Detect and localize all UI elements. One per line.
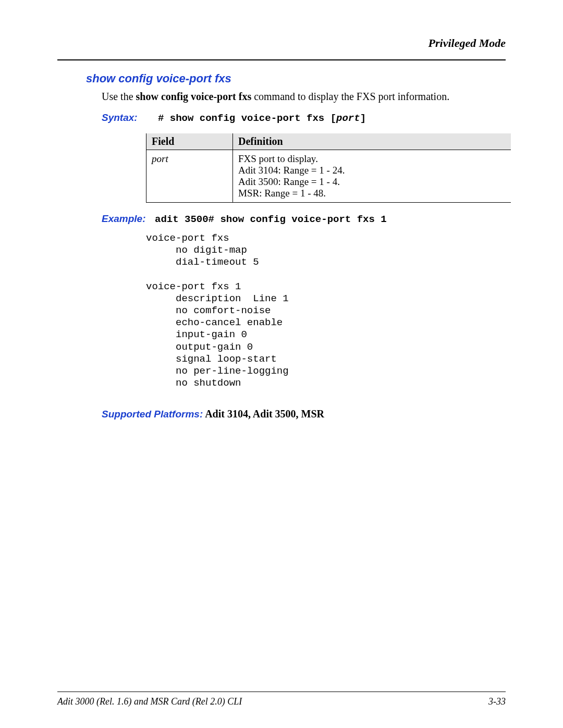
intro-text: Use the show config voice-port fxs comma… [102,91,506,103]
table-row: port FXS port to display. Adit 3104: Ran… [146,150,511,203]
syntax-label: Syntax: [102,112,149,124]
intro-suffix: command to display the FXS port informat… [251,91,449,102]
header-mode: Privileged Mode [57,36,506,50]
th-field: Field [146,133,233,150]
syntax-prefix: # show config voice-port fxs [ [158,113,336,124]
def-l4-bold: MSR: [238,188,262,199]
section-title: show config voice-port fxs [86,72,506,85]
supported-value: Adit 3104, Adit 3500, MSR [203,408,324,419]
th-definition: Definition [233,133,511,150]
page: Privileged Mode show config voice-port f… [0,0,563,728]
intro-prefix: Use the [102,91,136,102]
def-l4-rest: Range = 1 - 48. [262,188,326,199]
page-footer: Adit 3000 (Rel. 1.6) and MSR Card (Rel 2… [57,692,506,707]
def-line1: FXS port to display. [238,153,318,164]
syntax-param: port [336,113,360,124]
footer-left: Adit 3000 (Rel. 1.6) and MSR Card (Rel 2… [57,696,242,707]
example-row: Example: adit 3500# show config voice-po… [102,213,506,225]
footer-right: 3-33 [488,696,506,707]
syntax-command: # show config voice-port fxs [port] [158,113,366,124]
td-field: port [146,150,233,203]
table-header-row: Field Definition [146,133,511,150]
def-l3-bold: Adit 3500: [238,176,281,187]
intro-bold: show config voice-port fxs [136,91,252,102]
syntax-suffix: ] [360,113,366,124]
example-output: voice-port fxs no digit-map dial-timeout… [146,232,506,389]
example-label: Example: [102,213,149,225]
td-definition: FXS port to display. Adit 3104: Range = … [233,150,511,203]
def-l2-bold: Adit 3104: [238,165,281,176]
supported-label: Supported Platforms: [102,409,203,419]
supported-row: Supported Platforms: Adit 3104, Adit 350… [102,408,506,420]
header-rule [57,59,506,60]
syntax-row: Syntax: # show config voice-port fxs [po… [102,112,506,124]
example-command: adit 3500# show config voice-port fxs 1 [155,214,387,225]
param-table: Field Definition port FXS port to displa… [146,133,511,203]
def-l2-rest: Range = 1 - 24. [281,165,345,176]
def-l3-rest: Range = 1 - 4. [281,176,340,187]
